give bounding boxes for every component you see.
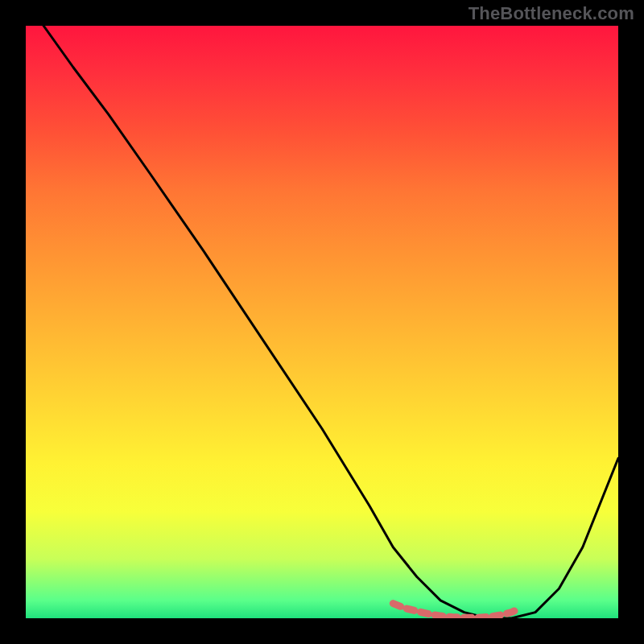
trough-markers <box>393 604 518 618</box>
trough-marker-path <box>393 604 518 618</box>
chart-frame: TheBottleneck.com <box>0 0 644 644</box>
bottleneck-curve <box>43 26 618 618</box>
watermark-text: TheBottleneck.com <box>469 3 634 24</box>
curve-svg <box>26 26 618 618</box>
plot-area <box>26 26 618 618</box>
